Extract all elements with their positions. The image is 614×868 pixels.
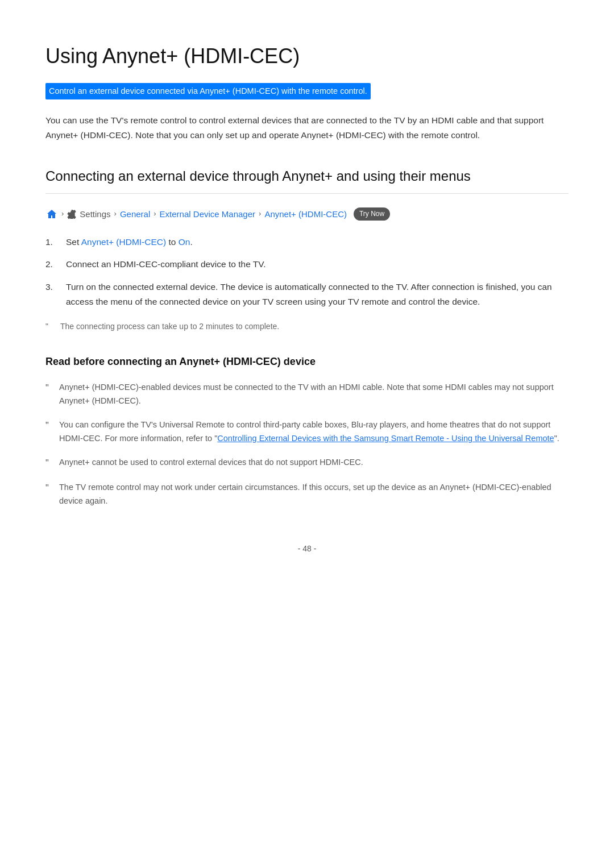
breadcrumb-separator-2: › [114,208,117,220]
bullet-mark-4: " [45,481,53,496]
bullet-1-text: Anynet+ (HDMI-CEC)-enabled devices must … [59,381,569,408]
breadcrumb-separator-4: › [259,208,261,220]
breadcrumb-external-device-manager[interactable]: External Device Manager [160,207,255,221]
bullet-3: " Anynet+ cannot be used to control exte… [45,456,569,471]
breadcrumb-general[interactable]: General [120,207,150,221]
step-1: 1. Set Anynet+ (HDMI-CEC) to On. [45,235,569,250]
note-bullet: " [45,320,55,333]
step-1-text: Set Anynet+ (HDMI-CEC) to On. [66,235,193,250]
step-2-num: 2. [45,257,60,272]
bullet-mark-3: " [45,456,53,471]
bullet-2-text: You can configure the TV's Universal Rem… [59,418,569,446]
bullet-list: " Anynet+ (HDMI-CEC)-enabled devices mus… [45,381,569,508]
step-2: 2. Connect an HDMI-CEC-compliant device … [45,257,569,272]
on-link-step1[interactable]: On [179,237,190,247]
home-icon[interactable] [45,208,58,221]
breadcrumb-separator-1: › [61,208,64,220]
settings-icon [67,210,76,219]
page-title: Using Anynet+ (HDMI-CEC) [45,40,569,73]
step-1-num: 1. [45,235,60,250]
bullet-3-text: Anynet+ cannot be used to control extern… [59,456,363,470]
bullet-4-text: The TV remote control may not work under… [59,481,569,508]
bullet-mark-1: " [45,381,53,396]
step-3: 3. Turn on the connected external device… [45,280,569,309]
page-number: - 48 - [45,542,569,555]
try-now-badge[interactable]: Try Now [354,207,390,221]
subtitle-highlight: Control an external device connected via… [45,83,371,99]
bullet-4: " The TV remote control may not work und… [45,481,569,508]
step-3-text: Turn on the connected external device. T… [66,280,569,309]
steps-list: 1. Set Anynet+ (HDMI-CEC) to On. 2. Conn… [45,235,569,309]
breadcrumb: › Settings › General › External Device M… [45,207,569,221]
step-3-num: 3. [45,280,60,294]
note-text: The connecting process can take up to 2 … [60,320,279,333]
breadcrumb-anynet[interactable]: Anynet+ (HDMI-CEC) [264,207,347,221]
note-item: " The connecting process can take up to … [45,320,569,333]
section1-title: Connecting an external device through An… [45,165,569,193]
intro-text: You can use the TV's remote control to c… [45,113,569,143]
bullet-1: " Anynet+ (HDMI-CEC)-enabled devices mus… [45,381,569,408]
bullet-2: " You can configure the TV's Universal R… [45,418,569,446]
section2-title: Read before connecting an Anynet+ (HDMI-… [45,354,569,370]
breadcrumb-settings[interactable]: Settings [80,207,110,221]
bullet-mark-2: " [45,418,53,433]
breadcrumb-separator-3: › [154,208,156,220]
universal-remote-link[interactable]: Controlling External Devices with the Sa… [217,434,554,443]
anynet-link-step1[interactable]: Anynet+ (HDMI-CEC) [81,237,166,247]
step-2-text: Connect an HDMI-CEC-compliant device to … [66,257,266,272]
